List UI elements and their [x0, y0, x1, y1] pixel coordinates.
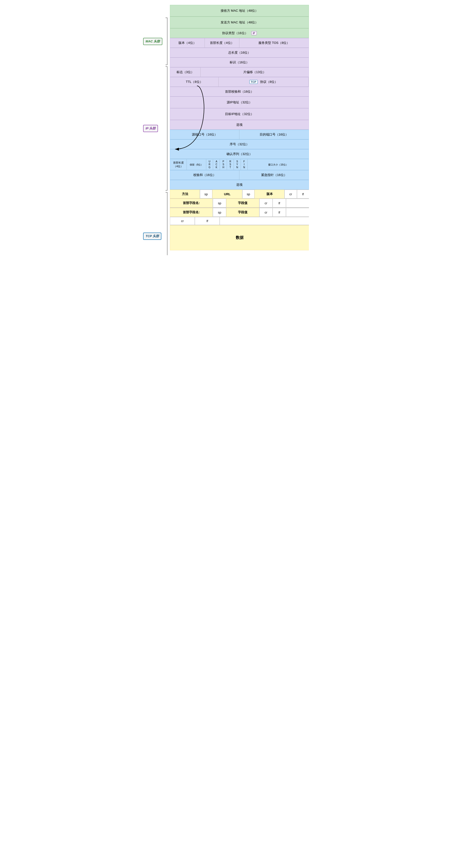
tcp-flag-r: RST: [227, 159, 234, 170]
tcp-flag-f: FIN: [241, 159, 248, 170]
tcp-srcport-cell: 源端口号（16位）: [170, 130, 239, 139]
http-empty-line: cr lf: [170, 217, 309, 225]
tcp-options-row: 选项: [170, 180, 309, 190]
mac-dest-cell: 接收方 MAC 地址（48位）: [170, 5, 309, 16]
mac-dest-row: 接收方 MAC 地址（48位）: [170, 5, 309, 17]
diagram-content: 接收方 MAC 地址（48位） 发送方 MAC 地址（48位） 协议类型（16位…: [170, 5, 309, 250]
tcp-headerlen-cell: 首部长度（4位）: [170, 159, 187, 170]
http-url-cell: URL: [212, 190, 242, 198]
http-version-cell: 版本: [254, 190, 284, 198]
tcp-flag-s: SYN: [234, 159, 241, 170]
http-header1: 首部字段名: sp 字段值 cr lf: [170, 199, 309, 208]
tcp-dstport-cell: 目的端口号（16位）: [239, 130, 309, 139]
ip-protocol-cell: TCP 协议（8位）: [219, 77, 309, 87]
http-lf4-cell: lf: [195, 217, 220, 225]
mac-label-tag: MAC 头部: [143, 38, 162, 45]
tcp-options-cell: 选项: [170, 180, 309, 189]
http-sp1-cell: sp: [200, 190, 212, 198]
http-method-cell: 方法: [170, 190, 200, 198]
ip-dstip-row: 目标IP地址（32位）: [170, 108, 309, 120]
network-diagram: MAC 头部 IP 头部 TCP 头部 HTTP 报文 接收方 MAC 地址（: [143, 5, 309, 250]
ip-ttl-row: TTL（8位） TCP 协议（8位）: [170, 77, 309, 87]
tcp-flag-a: ACK: [213, 159, 220, 170]
tcp-checksum-cell: 校验和（16位）: [170, 170, 239, 180]
mac-protocol-row: 协议类型（16位） IP: [170, 28, 309, 38]
ip-version-cell: 版本（4位）: [170, 38, 205, 48]
ip-row1: 版本（4位） 首部长度（4位） 服务类型 TOS（8位）: [170, 38, 309, 48]
http-request-line: 方法 sp URL sp 版本 cr lf: [170, 190, 309, 199]
mac-label: MAC 头部: [143, 18, 168, 65]
tcp-flag-u: URG: [206, 159, 213, 170]
ip-fragoffset-cell: 片偏移（13位）: [201, 67, 309, 77]
tcp-reserved-cell: 保留（6位）: [187, 159, 206, 170]
http-lf2-cell: lf: [273, 199, 286, 208]
http-headername1-cell: 首部字段名:: [170, 199, 213, 208]
tcp-label: TCP 头部: [143, 192, 168, 255]
http-sp3-cell: sp: [213, 199, 226, 208]
http-empty1: [286, 199, 309, 208]
http-header2: 首部字段名: sp 字段值 cr lf: [170, 208, 309, 217]
ip-ttl-cell: TTL（8位）: [170, 77, 219, 87]
mac-section: 接收方 MAC 地址（48位） 发送方 MAC 地址（48位） 协议类型（16位…: [170, 5, 309, 38]
http-cr3-cell: cr: [260, 208, 273, 217]
http-fieldval1-cell: 字段值: [226, 199, 260, 208]
ip-options-row: 选项: [170, 120, 309, 130]
ip-id-row: 标识（16位）: [170, 58, 309, 67]
http-cr4-cell: cr: [170, 217, 195, 225]
http-sp4-cell: sp: [213, 208, 226, 217]
http-data-row: 数据: [170, 225, 309, 250]
http-fieldval2-cell: 字段值: [226, 208, 260, 217]
tcp-urgent-cell: 紧急指针（16位）: [239, 170, 309, 180]
ip-label: IP 头部: [143, 66, 168, 191]
ip-options-cell: 选项: [170, 120, 309, 129]
ip-checksum-row: 首部校验和（16位）: [170, 87, 309, 96]
ip-tos-cell: 服务类型 TOS（8位）: [239, 38, 309, 48]
http-cr1-cell: cr: [284, 190, 297, 198]
http-lf3-cell: lf: [273, 208, 286, 217]
tcp-flag-p: PSH: [220, 159, 227, 170]
mac-src-cell: 发送方 MAC 地址（48位）: [170, 17, 309, 28]
http-section: 方法 sp URL sp 版本 cr lf 首部字段名: sp 字段值 cr l…: [170, 190, 309, 250]
tcp-section: 源端口号（16位） 目的端口号（16位） 序号（32位） 确认序列（32位） 首…: [170, 130, 309, 190]
ip-flags-cell: 标志（3位）: [170, 67, 201, 77]
tcp-checksum-row: 校验和（16位） 紧急指针（16位）: [170, 170, 309, 180]
http-empty2: [286, 208, 309, 217]
tcp-label-tag: TCP 头部: [143, 232, 161, 240]
ip-id-cell: 标识（16位）: [170, 58, 309, 67]
tcp-ack-cell: 确认序列（32位）: [170, 149, 309, 159]
ip-checksum-cell: 首部校验和（16位）: [170, 87, 309, 96]
tcp-window-cell: 窗口大小（16位）: [248, 159, 309, 170]
mac-src-row: 发送方 MAC 地址（48位）: [170, 17, 309, 28]
ip-flags-row: 标志（3位） 片偏移（13位）: [170, 67, 309, 77]
tcp-seq-cell: 序号（32位）: [170, 140, 309, 149]
ip-headerlen-cell: 首部长度（4位）: [205, 38, 239, 48]
ip-dstip-cell: 目标IP地址（32位）: [170, 108, 309, 120]
tcp-ack-row: 确认序列（32位）: [170, 149, 309, 159]
ip-section: 版本（4位） 首部长度（4位） 服务类型 TOS（8位） 总长度（16位） 标识…: [170, 38, 309, 130]
mac-protocol-cell: 协议类型（16位） IP: [170, 29, 309, 38]
http-sp2-cell: sp: [242, 190, 254, 198]
http-cr2-cell: cr: [260, 199, 273, 208]
ip-label-tag: IP 头部: [143, 125, 158, 132]
tcp-seq-row: 序号（32位）: [170, 140, 309, 149]
ip-total-len-row: 总长度（16位）: [170, 48, 309, 58]
http-data-cell: 数据: [170, 225, 309, 250]
tcp-ports-row: 源端口号（16位） 目的端口号（16位）: [170, 130, 309, 140]
ip-srcip-cell: 源IP地址（32位）: [170, 97, 309, 108]
http-lf1-cell: lf: [297, 190, 309, 198]
http-empty3: [220, 217, 309, 225]
ip-srcip-row: 源IP地址（32位）: [170, 96, 309, 108]
ip-total-len-cell: 总长度（16位）: [170, 48, 309, 57]
http-headername2-cell: 首部字段名:: [170, 208, 213, 217]
tcp-flags-row: 首部长度（4位） 保留（6位） URG ACK PSH RST SYN: [170, 159, 309, 170]
